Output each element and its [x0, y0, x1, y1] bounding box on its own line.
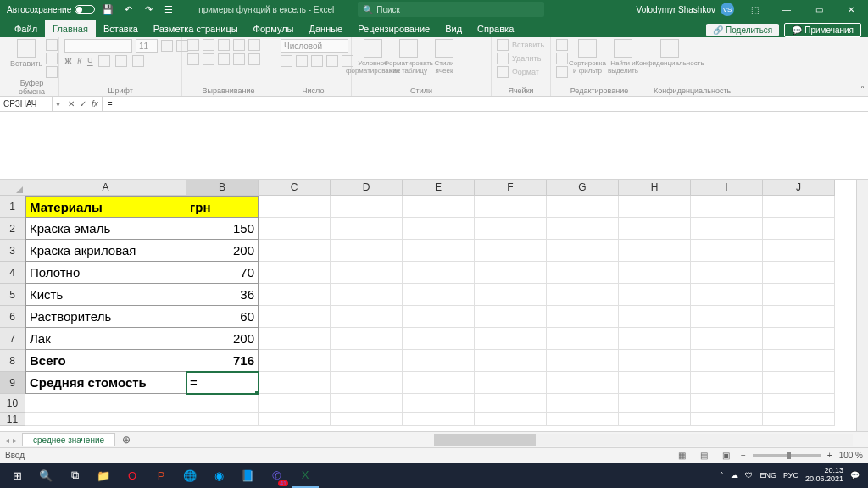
cell-H11[interactable] — [619, 413, 691, 426]
cell-D7[interactable] — [331, 328, 403, 350]
number-format-box[interactable] — [281, 39, 348, 53]
column-header-A[interactable]: A — [25, 180, 186, 196]
formula-input[interactable]: = — [103, 99, 868, 108]
namebox-dropdown-icon[interactable]: ▾ — [53, 97, 64, 111]
cell-I6[interactable] — [691, 306, 763, 328]
ribbon-display-icon[interactable]: ⬚ — [743, 0, 766, 19]
sheet-nav-next-icon[interactable]: ▸ — [13, 435, 17, 445]
zoom-in-icon[interactable]: + — [827, 451, 832, 460]
column-header-F[interactable]: F — [475, 180, 547, 196]
cell-G5[interactable] — [547, 284, 619, 306]
horizontal-scrollbar[interactable] — [434, 434, 853, 446]
cell-H6[interactable] — [619, 306, 691, 328]
cell-E3[interactable] — [403, 240, 475, 262]
cell-E8[interactable] — [403, 350, 475, 372]
cell-H9[interactable] — [619, 372, 691, 394]
zoom-slider[interactable] — [753, 454, 821, 457]
cell-I3[interactable] — [691, 240, 763, 262]
cell-F8[interactable] — [475, 350, 547, 372]
toggle-off-icon[interactable] — [75, 5, 95, 14]
task-view-icon[interactable]: ⧉ — [61, 463, 88, 488]
format-as-table-button[interactable]: Форматировать как таблицу — [392, 39, 425, 75]
cell-D2[interactable] — [331, 218, 403, 240]
vertical-scrollbar[interactable] — [856, 180, 868, 431]
cancel-formula-icon[interactable]: ✕ — [68, 99, 75, 108]
fill-color-icon[interactable] — [115, 55, 127, 67]
cell-I11[interactable] — [691, 413, 763, 426]
fill-icon[interactable] — [556, 53, 568, 64]
format-painter-icon[interactable] — [46, 66, 58, 78]
copy-icon[interactable] — [46, 53, 58, 64]
confidentiality-button[interactable]: Конфиденциальность — [654, 39, 686, 67]
tab-file[interactable]: Файл — [7, 20, 45, 37]
cell-J1[interactable] — [763, 196, 835, 218]
name-box[interactable]: СРЗНАЧ — [0, 97, 53, 111]
cell-F6[interactable] — [475, 306, 547, 328]
sort-filter-button[interactable]: Сортировка и фильтр — [571, 39, 604, 75]
cell-G9[interactable] — [547, 372, 619, 394]
insert-cells-button[interactable]: Вставить — [497, 39, 544, 51]
font-color-icon[interactable] — [132, 55, 144, 67]
cell-J9[interactable] — [763, 372, 835, 394]
column-header-H[interactable]: H — [619, 180, 691, 196]
cell-E4[interactable] — [403, 262, 475, 284]
cell-C9[interactable] — [259, 372, 331, 394]
select-all-corner[interactable] — [0, 180, 25, 196]
lang-indicator-2[interactable]: РУС — [783, 471, 798, 480]
cell-J2[interactable] — [763, 218, 835, 240]
row-header-1[interactable]: 1 — [0, 196, 25, 218]
cell-H5[interactable] — [619, 284, 691, 306]
cell-D9[interactable] — [331, 372, 403, 394]
tray-expand-icon[interactable]: ˄ — [720, 471, 724, 480]
add-sheet-button[interactable]: ⊕ — [115, 434, 137, 446]
cell-H8[interactable] — [619, 350, 691, 372]
cell-B2[interactable]: 150 — [186, 218, 259, 240]
comments-button[interactable]: 💬 Примечания — [784, 23, 861, 37]
delete-cells-button[interactable]: Удалить — [497, 53, 541, 64]
cells-area[interactable]: МатериалыгрнКраска эмаль150Краска акрило… — [25, 196, 856, 431]
user-account[interactable]: Volodymyr Shashkov VS — [637, 3, 734, 16]
column-header-C[interactable]: C — [259, 180, 331, 196]
minimize-icon[interactable]: — — [775, 0, 798, 19]
viber-icon[interactable]: ✆41 — [263, 463, 290, 488]
cell-I9[interactable] — [691, 372, 763, 394]
cell-D1[interactable] — [331, 196, 403, 218]
cell-G1[interactable] — [547, 196, 619, 218]
cell-H1[interactable] — [619, 196, 691, 218]
cell-B4[interactable]: 70 — [186, 262, 259, 284]
cell-E10[interactable] — [403, 394, 475, 413]
maximize-icon[interactable]: ▭ — [807, 0, 831, 19]
cell-D3[interactable] — [331, 240, 403, 262]
row-header-4[interactable]: 4 — [0, 262, 25, 284]
share-button[interactable]: 🔗 Поделиться — [706, 24, 779, 36]
cell-G4[interactable] — [547, 262, 619, 284]
cell-D5[interactable] — [331, 284, 403, 306]
cell-E2[interactable] — [403, 218, 475, 240]
column-header-D[interactable]: D — [331, 180, 403, 196]
formula-expanded-area[interactable] — [0, 112, 868, 180]
cell-F4[interactable] — [475, 262, 547, 284]
redo-icon[interactable]: ↷ — [142, 3, 154, 15]
column-header-B[interactable]: B — [186, 180, 259, 196]
align-left-icon[interactable] — [187, 53, 199, 65]
cell-styles-button[interactable]: Стили ячеек — [428, 39, 460, 75]
tab-home[interactable]: Главная — [45, 20, 96, 37]
cell-G7[interactable] — [547, 328, 619, 350]
row-header-11[interactable]: 11 — [0, 413, 25, 426]
cut-icon[interactable] — [46, 39, 58, 51]
cell-F10[interactable] — [475, 394, 547, 413]
chrome-icon[interactable]: 🌐 — [176, 463, 203, 488]
cell-G2[interactable] — [547, 218, 619, 240]
close-icon[interactable]: ✕ — [839, 0, 863, 19]
cell-F5[interactable] — [475, 284, 547, 306]
cell-A8[interactable]: Всего — [25, 350, 186, 372]
font-family-box[interactable] — [64, 39, 132, 53]
column-header-J[interactable]: J — [763, 180, 835, 196]
tab-data[interactable]: Данные — [301, 20, 350, 37]
border-icon[interactable] — [98, 55, 110, 67]
cell-C8[interactable] — [259, 350, 331, 372]
paste-button[interactable]: Вставить — [10, 39, 42, 68]
comma-icon[interactable] — [311, 55, 323, 67]
search-task-icon[interactable]: 🔍 — [32, 463, 59, 488]
format-cells-button[interactable]: Формат — [497, 66, 539, 78]
